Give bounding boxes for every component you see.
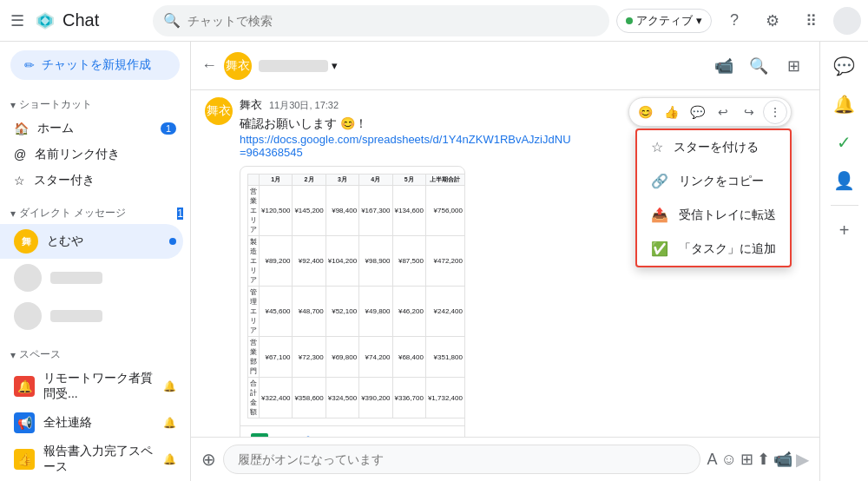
named-link-label: 名前リンク付き xyxy=(35,147,120,162)
upload-button[interactable]: ⬆ xyxy=(757,450,770,469)
forward-inbox-option[interactable]: 📤 受信トレイに転送 xyxy=(637,198,790,232)
contact3-name xyxy=(50,310,102,322)
add-task-label: 「タスク」に追加 xyxy=(679,241,776,257)
video-button[interactable]: 📹 xyxy=(773,450,792,469)
reply-button[interactable]: ↩ xyxy=(711,100,735,124)
new-chat-label: チャットを新規作成 xyxy=(42,57,151,73)
home-icon: 🏠 xyxy=(14,122,29,135)
star-icon: ☆ xyxy=(14,174,25,188)
status-chevron-icon: ▾ xyxy=(696,14,702,27)
topbar: ☰ Chat 🔍 アクティブ ▾ ? ⚙ ⠿ xyxy=(0,0,868,42)
bookmark-button[interactable]: 💬 xyxy=(685,100,709,124)
contact-name: とむや xyxy=(47,234,83,249)
right-panel-chat[interactable]: 💬 xyxy=(827,49,862,83)
message-group-1: 舞衣 舞衣 11月30日, 17:32 確認お願いします 😊！ https://… xyxy=(205,97,806,437)
shortcuts-header[interactable]: ▾ ショートカット xyxy=(0,92,190,115)
sidebar: ✏ チャットを新規作成 ▾ ショートカット 🏠 ホーム 1 @ 名前リンク付き … xyxy=(0,42,191,481)
user-avatar[interactable] xyxy=(833,7,861,35)
chat-header: ← 舞衣 ▾ 📹 🔍 ⊞ xyxy=(191,42,819,90)
video-call-button[interactable]: 📹 xyxy=(708,50,740,82)
emoji-button[interactable]: ☺ xyxy=(721,451,737,469)
sidebar-item-space-0[interactable]: 🔔 リモートワーク者質問受... 🔔 xyxy=(0,366,183,407)
more-options-button[interactable]: ⋮ xyxy=(763,100,787,124)
star-option[interactable]: ☆ スターを付ける xyxy=(637,130,790,164)
status-label: アクティブ xyxy=(636,13,693,29)
add-task-option[interactable]: ✅ 「タスク」に追加 xyxy=(637,232,790,266)
space2-label: 報告書入力完了スペース xyxy=(43,444,155,475)
space1-label: 全社連絡 xyxy=(43,415,92,431)
space0-icon: 🔔 xyxy=(14,376,35,397)
topbar-right: アクティブ ▾ ? ⚙ ⠿ xyxy=(616,5,861,36)
message-attachment-card: 1月2月3月4月5月上半期合計 営業エリア¥120,500¥145,200¥98… xyxy=(240,166,465,437)
space1-notification-icon: 🔔 xyxy=(163,417,176,429)
message-time-1: 11月30日, 17:32 xyxy=(269,99,339,112)
copy-file-icon[interactable]: ⧉ xyxy=(444,434,454,437)
sidebar-item-named-link[interactable]: @ 名前リンク付き xyxy=(0,142,183,168)
forward-inbox-label: 受信トレイに転送 xyxy=(679,208,776,223)
dm-label: ダイレクト メッセージ xyxy=(19,206,126,221)
message-input[interactable] xyxy=(223,445,700,474)
chat-header-info: ▾ xyxy=(259,59,338,72)
dm-section: ▾ ダイレクト メッセージ 1 舞 とむや xyxy=(0,197,190,339)
drive-button[interactable]: ⊞ xyxy=(740,450,753,469)
forward-button[interactable]: ↪ xyxy=(737,100,761,124)
right-panel-task[interactable]: ✓ xyxy=(827,125,862,160)
settings-button[interactable]: ⚙ xyxy=(757,5,788,36)
apps-button[interactable]: ⠿ xyxy=(795,5,826,36)
sidebar-item-home[interactable]: 🏠 ホーム 1 xyxy=(0,115,183,142)
space0-notification-icon: 🔔 xyxy=(163,380,176,392)
hamburger-icon[interactable]: ☰ xyxy=(7,8,28,34)
right-panel: 💬 🔔 ✓ 👤 + xyxy=(819,42,868,481)
input-bar: ⊕ A ☺ ⊞ ⬆ 📹 ▶ xyxy=(191,437,819,481)
format-text-button[interactable]: A xyxy=(707,451,718,469)
messages-area: 舞衣 舞衣 11月30日, 17:32 確認お願いします 😊！ https://… xyxy=(191,90,819,437)
add-button[interactable]: ⊕ xyxy=(201,449,216,470)
spaces-label: スペース xyxy=(19,347,61,362)
main-layout: ✏ チャットを新規作成 ▾ ショートカット 🏠 ホーム 1 @ 名前リンク付き … xyxy=(0,42,868,481)
search-chat-button[interactable]: 🔍 xyxy=(743,50,774,82)
task-menu-icon: ✅ xyxy=(651,240,668,257)
contact3-avatar xyxy=(14,302,42,330)
at-icon: @ xyxy=(14,148,26,161)
emoji-react-button[interactable]: 😊 xyxy=(633,100,657,124)
sidebar-item-starred[interactable]: ☆ スター付き xyxy=(0,168,183,194)
dm-header[interactable]: ▾ ダイレクト メッセージ 1 xyxy=(0,201,190,224)
panel-button[interactable]: ⊞ xyxy=(778,50,809,82)
right-panel-add[interactable]: + xyxy=(827,213,862,247)
unread-indicator xyxy=(169,238,176,245)
spaces-chevron-icon: ▾ xyxy=(10,349,16,361)
dropdown-icon[interactable]: ▾ xyxy=(332,59,338,72)
topbar-logo: ☰ Chat xyxy=(7,8,146,34)
home-label: ホーム xyxy=(37,121,74,136)
spaces-section: ▾ スペース 🔔 リモートワーク者質問受... 🔔 📢 全社連絡 🔔 👍 報告書… xyxy=(0,339,190,481)
back-button[interactable]: ← xyxy=(201,56,217,75)
sidebar-item-contact3[interactable] xyxy=(0,297,183,335)
shortcuts-section: ▾ ショートカット 🏠 ホーム 1 @ 名前リンク付き ☆ スター付き xyxy=(0,89,190,197)
sidebar-item-contact2[interactable] xyxy=(0,259,183,297)
thumbsup-button[interactable]: 👍 xyxy=(659,100,683,124)
sidebar-item-space-1[interactable]: 📢 全社連絡 🔔 xyxy=(0,407,183,438)
spreadsheet-preview: 1月2月3月4月5月上半期合計 営業エリア¥120,500¥145,200¥98… xyxy=(240,167,464,425)
right-panel-person[interactable]: 👤 xyxy=(827,163,862,198)
space0-label: リモートワーク者質問受... xyxy=(43,371,155,402)
send-button[interactable]: ▶ xyxy=(796,449,809,470)
file-attachment[interactable]: X サンプルExcel.xlsx ⧉ xyxy=(240,425,464,437)
sidebar-item-space-2[interactable]: 👍 報告書入力完了スペース 🔔 xyxy=(0,438,183,480)
shortcuts-label: ショートカット xyxy=(19,97,92,112)
new-chat-button[interactable]: ✏ チャットを新規作成 xyxy=(10,50,180,80)
forward-menu-icon: 📤 xyxy=(651,207,668,223)
status-badge[interactable]: アクティブ ▾ xyxy=(616,9,712,33)
sidebar-item-tomoya[interactable]: 舞 とむや xyxy=(0,224,183,259)
help-button[interactable]: ? xyxy=(719,5,750,36)
right-panel-notification[interactable]: 🔔 xyxy=(827,87,862,122)
copy-link-option[interactable]: 🔗 リンクをコピー xyxy=(637,164,790,198)
dm-badge: 1 xyxy=(177,208,183,220)
message-link-1[interactable]: https://docs.google.com/spreadsheets/d/1… xyxy=(240,133,571,159)
sender-avatar: 舞衣 xyxy=(205,97,233,125)
search-input[interactable] xyxy=(187,14,599,28)
spaces-header[interactable]: ▾ スペース xyxy=(0,342,190,366)
search-bar[interactable]: 🔍 xyxy=(153,5,609,36)
dm-chevron-icon: ▾ xyxy=(10,208,16,220)
home-badge: 1 xyxy=(161,122,176,135)
contact-avatar: 舞 xyxy=(14,229,38,254)
